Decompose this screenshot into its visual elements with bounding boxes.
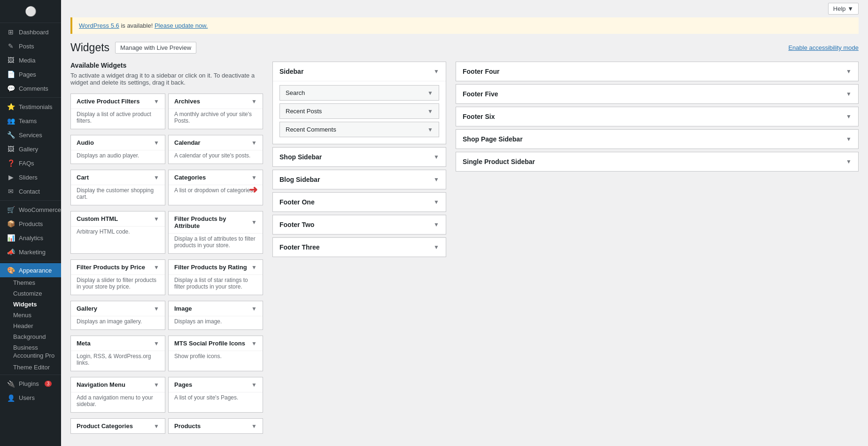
sidebar-item-woocommerce[interactable]: 🛒 WooCommerce — [0, 203, 61, 217]
chevron-down-icon: ▼ — [427, 126, 433, 133]
sidebar-sub-widgets[interactable]: Widgets — [0, 299, 61, 310]
sidebar-sub-header[interactable]: Header — [0, 321, 61, 331]
widget-products[interactable]: Products ▼ — [168, 418, 263, 434]
sidebar-item-users[interactable]: 👤 Users — [0, 391, 61, 405]
widget-header[interactable]: Products ▼ — [169, 419, 263, 433]
widget-nav-menu[interactable]: Navigation Menu ▼ Add a navigation menu … — [70, 377, 165, 413]
widget-audio[interactable]: Audio ▼ Displays an audio player. — [70, 135, 165, 164]
widget-header[interactable]: Image ▼ — [169, 301, 263, 316]
sidebar-item-pages[interactable]: 📄 Pages — [0, 67, 61, 81]
widget-mts-social[interactable]: MTS Social Profile Icons ▼ Show profile … — [168, 336, 263, 371]
widget-header[interactable]: Categories ▼ — [169, 170, 263, 185]
sidebar-item-products[interactable]: 📦 Products — [0, 217, 61, 231]
analytics-icon: 📊 — [7, 234, 15, 242]
widget-header[interactable]: Calendar ▼ — [169, 135, 263, 150]
sidebar-section-header[interactable]: Shop Page Sidebar ▼ — [456, 130, 858, 149]
widget-header[interactable]: Archives ▼ — [169, 94, 263, 109]
sidebar-section-header[interactable]: Footer Three ▼ — [273, 238, 446, 257]
widget-header[interactable]: Filter Products by Rating ▼ — [169, 260, 263, 274]
available-widgets-panel: Available Widgets To activate a widget d… — [70, 62, 263, 437]
sidebar-sub-menus[interactable]: Menus — [0, 310, 61, 321]
sidebar-section-header[interactable]: Blog Sidebar ▼ — [273, 170, 446, 189]
live-preview-button[interactable]: Manage with Live Preview — [115, 42, 196, 54]
widget-cart[interactable]: Cart ▼ Display the customer shopping car… — [70, 170, 165, 205]
widget-desc: Add a navigation menu to your sidebar. — [71, 392, 165, 412]
widget-header[interactable]: Cart ▼ — [71, 170, 165, 185]
widget-header[interactable]: Pages ▼ — [169, 377, 263, 392]
widget-gallery[interactable]: Gallery ▼ Displays an image gallery. — [70, 301, 165, 330]
widget-desc: Arbitrary HTML code. — [71, 226, 165, 240]
sidebar-item-sliders[interactable]: ▶ Sliders — [0, 170, 61, 184]
chevron-down-icon: ▼ — [434, 199, 439, 205]
widget-archives[interactable]: Archives ▼ A monthly archive of your sit… — [168, 94, 263, 129]
chevron-down-icon: ▼ — [154, 382, 159, 388]
sidebar-sub-customize[interactable]: Customize — [0, 288, 61, 299]
widget-meta[interactable]: Meta ▼ Login, RSS, & WordPress.org links… — [70, 336, 165, 371]
widget-header[interactable]: Navigation Menu ▼ — [71, 377, 165, 392]
sidebar-sub-business-accounting[interactable]: Business Accounting Pro — [0, 342, 61, 362]
sidebar-item-services[interactable]: 🔧 Services — [0, 128, 61, 142]
sidebar-item-testimonials[interactable]: ⭐ Testimonials — [0, 100, 61, 114]
sidebar-section-sidebar: Sidebar ▼ Search ▼ Recent Posts — [272, 62, 446, 144]
sidebar-section-header[interactable]: Shop Sidebar ▼ — [273, 148, 446, 166]
sidebar-widget-search[interactable]: Search ▼ — [279, 85, 439, 101]
sidebar-widget-recent-posts[interactable]: Recent Posts ▼ — [279, 103, 439, 119]
widget-grid: Active Product Filters ▼ Display a list … — [70, 94, 263, 437]
page-title: Widgets — [70, 41, 109, 54]
widget-header[interactable]: Product Categories ▼ — [71, 419, 165, 433]
widget-product-categories[interactable]: Product Categories ▼ — [70, 418, 165, 434]
sidebar-divider-2 — [0, 200, 61, 201]
widget-custom-html[interactable]: Custom HTML ▼ Arbitrary HTML code. — [70, 211, 165, 254]
widget-header[interactable]: Active Product Filters ▼ — [71, 94, 165, 109]
widget-active-product-filters[interactable]: Active Product Filters ▼ Display a list … — [70, 94, 165, 129]
sidebar-item-contact[interactable]: ✉ Contact — [0, 184, 61, 198]
sidebar-section-header[interactable]: Footer Six ▼ — [456, 107, 858, 126]
widget-header[interactable]: Gallery ▼ — [71, 301, 165, 316]
enable-accessibility-link[interactable]: Enable accessibility mode — [788, 44, 859, 51]
sidebar-item-gallery[interactable]: 🖼 Gallery — [0, 142, 61, 156]
contact-icon: ✉ — [7, 188, 15, 195]
widget-calendar[interactable]: Calendar ▼ A calendar of your site's pos… — [168, 135, 263, 164]
sidebar-section-header[interactable]: Single Product Sidebar ▼ — [456, 152, 858, 171]
sidebar-item-comments[interactable]: 💬 Comments — [0, 81, 61, 95]
sidebar-item-analytics[interactable]: 📊 Analytics — [0, 231, 61, 245]
sidebar-section-header[interactable]: Footer Two ▼ — [273, 215, 446, 234]
sidebar-widget-header[interactable]: Search ▼ — [280, 86, 439, 100]
widget-header[interactable]: Custom HTML ▼ — [71, 211, 165, 226]
help-button[interactable]: Help ▼ — [828, 3, 859, 15]
widget-header[interactable]: Audio ▼ — [71, 135, 165, 150]
page-content: WordPress 5.6 is available! Please updat… — [61, 17, 868, 446]
widget-header[interactable]: Meta ▼ — [71, 336, 165, 351]
wp-version-link[interactable]: WordPress 5.6 — [79, 22, 119, 29]
sidebar-item-marketing[interactable]: 📣 Marketing — [0, 245, 61, 259]
widget-pages[interactable]: Pages ▼ A list of your site's Pages. — [168, 377, 263, 413]
sidebar-item-posts[interactable]: ✎ Posts — [0, 39, 61, 53]
widget-filter-by-rating[interactable]: Filter Products by Rating ▼ Display a li… — [168, 259, 263, 295]
update-link[interactable]: Please update now. — [155, 22, 208, 29]
sidebar-section-header[interactable]: Sidebar ▼ — [273, 62, 446, 81]
widget-filter-by-price[interactable]: Filter Products by Price ▼ Display a sli… — [70, 259, 165, 295]
widget-filter-by-attribute[interactable]: Filter Products by Attribute ▼ Display a… — [168, 211, 263, 254]
chevron-down-icon: ▼ — [251, 340, 257, 347]
widget-desc: Display a list of star ratings to filter… — [169, 274, 263, 295]
sidebar-sub-theme-editor[interactable]: Theme Editor — [0, 362, 61, 373]
sidebar-section-header[interactable]: Footer Four ▼ — [456, 62, 858, 81]
sidebar-widget-header[interactable]: Recent Posts ▼ — [280, 104, 439, 118]
widget-header[interactable]: Filter Products by Price ▼ — [71, 260, 165, 274]
widget-header[interactable]: Filter Products by Attribute ▼ — [169, 211, 263, 233]
sidebar-widget-recent-comments[interactable]: Recent Comments ▼ — [279, 122, 439, 137]
sidebar-section-header[interactable]: Footer One ▼ — [273, 193, 446, 211]
sidebar-item-plugins[interactable]: 🔌 Plugins 3 — [0, 377, 61, 391]
sidebar-item-dashboard[interactable]: ⊞ Dashboard — [0, 25, 61, 39]
sidebar-sub-background[interactable]: Background — [0, 331, 61, 342]
sidebar-item-teams[interactable]: 👥 Teams — [0, 114, 61, 128]
chevron-down-icon: ▼ — [251, 423, 257, 430]
sidebar-section-header[interactable]: Footer Five ▼ — [456, 85, 858, 103]
widget-image[interactable]: Image ▼ Displays an image. — [168, 301, 263, 330]
sidebar-item-faqs[interactable]: ❓ FAQs — [0, 156, 61, 170]
sidebar-widget-header[interactable]: Recent Comments ▼ — [280, 122, 439, 137]
sidebar-sub-themes[interactable]: Themes — [0, 277, 61, 288]
widget-header[interactable]: MTS Social Profile Icons ▼ — [169, 336, 263, 351]
sidebar-item-appearance[interactable]: 🎨 Appearance — [0, 263, 61, 277]
sidebar-item-media[interactable]: 🖼 Media — [0, 53, 61, 67]
